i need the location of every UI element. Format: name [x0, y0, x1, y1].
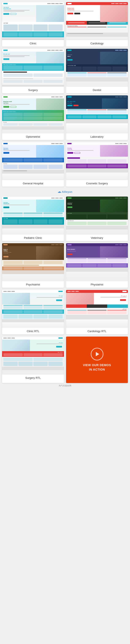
preview-cardiology: Healthy heart,healthy family	[66, 2, 128, 40]
watermark: ☁Alileyun	[2, 189, 128, 194]
logo-general	[4, 143, 8, 144]
card-clinic[interactable]: THE RIGHTPEDIATRICIAN OUR TEAM	[2, 2, 64, 47]
preview-surgery-rtl: جراحة RTL حل لكل مشكلة	[2, 336, 64, 374]
nav-laboratory	[115, 96, 126, 97]
nav-dentist	[115, 50, 126, 51]
logo-physiatrist	[67, 244, 72, 245]
card-optometrist[interactable]: Bring their worldinto focus A wide range…	[2, 96, 64, 140]
site-label: 淘气哥素材网	[2, 383, 128, 388]
cta-play-icon	[96, 352, 99, 356]
card-dentist-label: Dentist	[66, 87, 128, 93]
preview-clinic: THE RIGHTPEDIATRICIAN OUR TEAM	[2, 2, 64, 40]
preview-clinic-rtl: كلينيك RTL	[2, 290, 64, 328]
nav-pediatric	[51, 198, 63, 198]
card-laboratory-label: Laboratory	[66, 134, 128, 140]
nav-clinic	[47, 3, 63, 4]
preview-optometrist: Bring their worldinto focus A wide range…	[2, 96, 64, 134]
preview-surgery: We take care Wide range of medical servi…	[2, 49, 64, 87]
card-psychiatrist[interactable]: Happy &fulfilling relationships us again…	[2, 243, 64, 288]
card-cosmetic[interactable]: Feel betterin your skin	[66, 142, 128, 187]
nav-cardiology-rtl	[67, 291, 79, 292]
preview-cosmetic: Feel betterin your skin	[66, 142, 128, 180]
card-clinic-label: Clinic	[2, 40, 64, 47]
card-veterinary[interactable]: YOUR PET'S FRIEND OUR TEAM	[66, 196, 128, 241]
page-wrapper: THE RIGHTPEDIATRICIAN OUR TEAM	[0, 0, 130, 390]
card-grid: THE RIGHTPEDIATRICIAN OUR TEAM	[2, 2, 128, 383]
card-cardiology[interactable]: Healthy heart,healthy family	[66, 2, 128, 47]
nav-psychiatrist	[51, 244, 63, 245]
card-general[interactable]: Your doctorappointment	[2, 142, 64, 187]
card-cardiology-rtl-label: Cardiology RTL	[66, 328, 128, 334]
logo-cardiology	[67, 3, 72, 4]
card-surgery[interactable]: We take care Wide range of medical servi…	[2, 49, 64, 93]
preview-physiatrist: BACK ISSUES? ANY PAIN RESOLVED	[66, 243, 128, 281]
nav-optometrist	[51, 96, 63, 97]
card-pediatric-label: Pediatric Clinic	[2, 234, 64, 241]
card-clinic-rtl-label: Clinic RTL	[2, 328, 64, 334]
logo-clinic	[4, 3, 8, 4]
card-physiatrist-label: Physiatrist	[66, 281, 128, 288]
logo-dentist	[67, 50, 72, 51]
card-cta[interactable]: VIEW OUR DEMOS IN ACTION	[66, 336, 128, 383]
logo-optometrist	[4, 96, 8, 98]
card-cardiology-rtl[interactable]: كارديولوجي RTL الشفاء الكبير	[66, 290, 128, 334]
logo-surgery-rtl	[58, 338, 63, 339]
nav-general	[51, 143, 63, 144]
cta-circle	[91, 348, 104, 360]
logo-pediatric	[4, 198, 8, 199]
preview-veterinary: YOUR PET'S FRIEND OUR TEAM	[66, 196, 128, 234]
logo-cardiology-rtl	[122, 291, 126, 292]
card-cardiology-label: Cardiology	[66, 40, 128, 47]
nav-cardiology	[111, 3, 126, 4]
nav-veterinary	[115, 198, 126, 198]
logo-clinic-rtl	[58, 291, 63, 292]
preview-laboratory: WE TAKE CARE OUR TEAM	[66, 96, 128, 134]
preview-general: Your doctorappointment	[2, 142, 64, 180]
card-psychiatrist-label: Psychiatrist	[2, 281, 64, 288]
card-veterinary-label: Veterinary	[66, 234, 128, 241]
preview-dentist: YOUR OWN SMILE YOUR DOKTAL TEAM	[66, 49, 128, 87]
nav-surgery	[47, 50, 63, 51]
card-surgery-label: Surgery	[2, 87, 64, 93]
preview-psychiatrist: Happy &fulfilling relationships us again…	[2, 243, 64, 281]
logo-cosmetic	[67, 143, 72, 144]
card-surgery-rtl[interactable]: جراحة RTL حل لكل مشكلة	[2, 336, 64, 383]
logo-surgery	[4, 50, 8, 51]
card-surgery-rtl-label: Surgery RTL	[2, 374, 64, 381]
preview-cardiology-rtl: كارديولوجي RTL الشفاء الكبير	[66, 290, 128, 328]
logo-veterinary	[67, 198, 72, 199]
card-laboratory[interactable]: WE TAKE CARE OUR TEAM	[66, 96, 128, 140]
card-dentist[interactable]: YOUR OWN SMILE YOUR DOKTAL TEAM	[66, 49, 128, 93]
nav-physiatrist	[115, 244, 126, 245]
logo-psychiatrist	[4, 244, 8, 245]
card-physiatrist[interactable]: BACK ISSUES? ANY PAIN RESOLVED	[66, 243, 128, 288]
logo-laboratory	[67, 96, 72, 98]
preview-pediatric: THE RIGHTPEDIATRICIAN	[2, 196, 64, 234]
cta-text: VIEW OUR DEMOS IN ACTION	[83, 363, 111, 372]
card-cosmetic-label: Cosmetic Surgery	[66, 180, 128, 187]
nav-clinic-rtl	[4, 291, 15, 292]
card-general-label: General Hospital	[2, 180, 64, 187]
nav-cosmetic	[115, 143, 126, 144]
card-pediatric[interactable]: THE RIGHTPEDIATRICIAN	[2, 196, 64, 241]
nav-surgery-rtl	[4, 338, 15, 338]
card-optometrist-label: Optometrist	[2, 134, 64, 140]
card-clinic-rtl[interactable]: كلينيك RTL	[2, 290, 64, 334]
